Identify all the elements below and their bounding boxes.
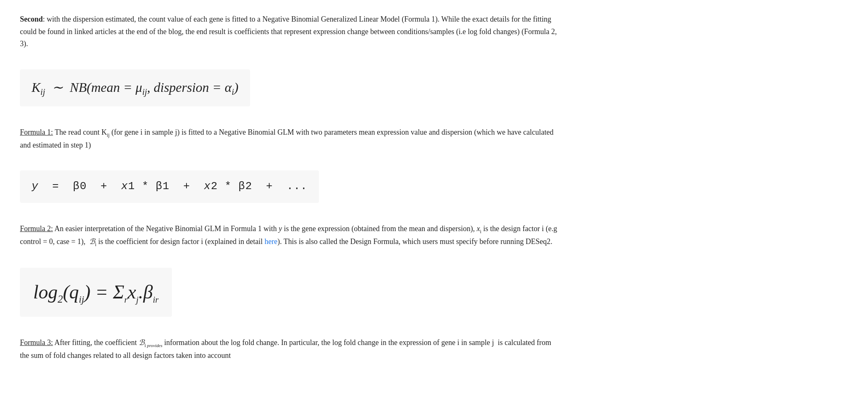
formula2-label: Formula 2:: [20, 224, 53, 233]
formula3-desc-body: After fitting, the coefficient ℬi provid…: [20, 338, 551, 360]
formula3-math: log2(qij) = Σrxj.βir: [33, 281, 159, 303]
formula3-math-wrapper: log2(qij) = Σrxj.βir: [20, 260, 562, 326]
formula1-math-wrapper: Kij ∼ NB(mean = μij, dispersion = αi): [20, 62, 562, 116]
formula1-label: Formula 1:: [20, 128, 53, 136]
formula3-description-text: Formula 3: After fitting, the coefficien…: [20, 337, 562, 362]
formula1-math-block: Kij ∼ NB(mean = μij, dispersion = αi): [20, 69, 250, 106]
second-paragraph-body: : with the dispersion estimated, the cou…: [20, 15, 557, 48]
formula1-description-text: Formula 1: The read count Kij (for gene …: [20, 126, 562, 152]
formula3-math-block: log2(qij) = Σrxj.βir: [20, 268, 172, 317]
formula2-description-text: Formula 2: An easier interpretation of t…: [20, 223, 562, 249]
formula3-label: Formula 3:: [20, 338, 53, 347]
formula2-desc-body: An easier interpretation of the Negative…: [20, 224, 557, 246]
formula2-math-block: y = β0 + x1 * β1 + x2 * β2 + ...: [20, 170, 319, 203]
second-paragraph-text: Second: with the dispersion estimated, t…: [20, 13, 562, 50]
formula1-math: Kij ∼ NB(mean = μij, dispersion = αi): [32, 80, 238, 95]
formula2-math-wrapper: y = β0 + x1 * β1 + x2 * β2 + ...: [20, 163, 562, 212]
formula1-description: Formula 1: The read count Kij (for gene …: [20, 126, 562, 152]
here-link[interactable]: here: [265, 237, 277, 246]
formula3-description: Formula 3: After fitting, the coefficien…: [20, 337, 562, 362]
second-label: Second: [20, 15, 43, 23]
second-paragraph: Second: with the dispersion estimated, t…: [20, 13, 562, 50]
formula2-math: y = β0 + x1 * β1 + x2 * β2 + ...: [32, 180, 307, 192]
formula2-description: Formula 2: An easier interpretation of t…: [20, 223, 562, 249]
formula1-desc-start: The read count Kij (for gene i in sample…: [20, 128, 554, 149]
